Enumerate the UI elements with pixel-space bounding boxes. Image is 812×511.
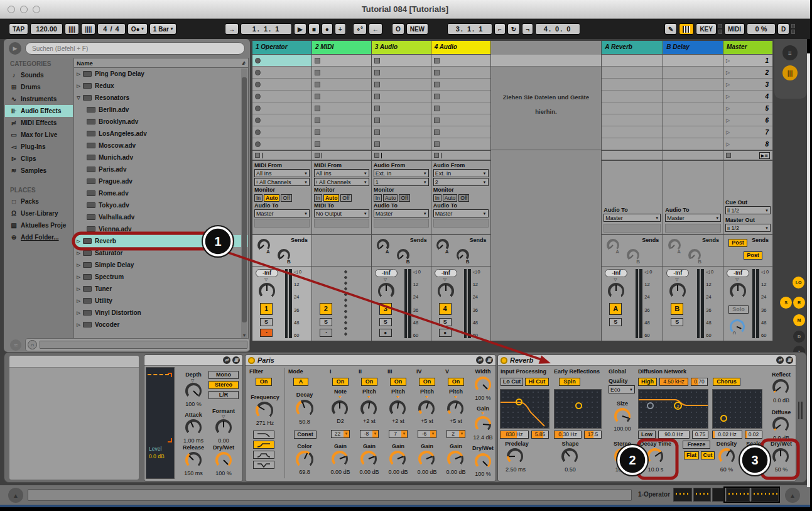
scene-slot[interactable]: ▷2 — [723, 67, 772, 79]
name-column-header[interactable]: Name▲ — [74, 58, 248, 68]
scene-slot[interactable]: ▷8 — [723, 138, 772, 150]
spin-amount-field[interactable]: 17.5 — [584, 431, 602, 439]
preview-wave-icon[interactable]: ≈ — [10, 339, 21, 351]
clip-slot[interactable] — [431, 55, 490, 67]
sidebar-item-samples[interactable]: ≋Samples — [5, 165, 73, 177]
stop-clip-icon[interactable] — [374, 153, 379, 158]
show-sends-button[interactable]: S — [780, 297, 792, 309]
search-input[interactable] — [25, 42, 245, 55]
arm-button[interactable]: ● — [439, 329, 452, 337]
decay-time-knob[interactable] — [647, 448, 663, 464]
clip-stop-row[interactable] — [372, 151, 431, 160]
mode-a-button[interactable]: A — [293, 378, 308, 386]
list-item-reverb-selected[interactable]: ▷Reverb — [74, 235, 248, 247]
solo-cue-button[interactable]: Solo — [728, 305, 749, 314]
device-title-bar[interactable]: Paris ⇄ ▣ — [246, 355, 495, 366]
volume-knob[interactable] — [730, 283, 746, 299]
list-item-folder[interactable]: ▷Utility — [74, 295, 248, 307]
quantize-length-menu[interactable]: 1 Bar ▾ — [149, 23, 176, 35]
track-header[interactable]: 2 MIDI — [312, 41, 371, 54]
clip-slot[interactable] — [431, 138, 490, 150]
output-type-chooser[interactable]: Master▼ — [665, 214, 721, 222]
output-type-chooser[interactable]: Master▼ — [254, 209, 310, 217]
expand-icon[interactable]: ▷ — [74, 84, 83, 89]
clip-slot[interactable] — [372, 91, 431, 102]
arm-button[interactable]: ◔ — [260, 329, 273, 337]
resonator-on-button[interactable]: On — [448, 378, 464, 386]
punch-in-button[interactable]: ⌐ — [494, 23, 506, 35]
input-channel-chooser[interactable]: ⁞ All Channels▼ — [314, 178, 369, 186]
solo-button[interactable]: S — [439, 318, 452, 326]
highpass-filter-button[interactable] — [253, 441, 274, 449]
freeze-button[interactable]: Freeze — [683, 441, 710, 449]
hi-cut-button[interactable]: Hi Cut — [525, 378, 549, 386]
post-button-b[interactable]: Post — [744, 251, 762, 260]
scene-play-icon[interactable]: ▷ — [726, 118, 730, 123]
overdub-plus-button[interactable]: + — [335, 23, 346, 35]
clip-record-icon[interactable] — [255, 106, 261, 111]
list-item-folder[interactable]: ▷Simple Delay — [74, 259, 248, 271]
clip-slot[interactable] — [431, 79, 490, 91]
expand-icon[interactable]: ▷ — [74, 275, 83, 280]
monitor-in-button[interactable]: In — [374, 194, 382, 202]
list-item-preset[interactable]: Tokyo.adv — [74, 199, 248, 211]
chorus-rate-field[interactable]: 0.02 Hz — [712, 431, 742, 439]
input-channel-chooser[interactable]: 2▼ — [433, 178, 489, 186]
expand-icon[interactable]: ▷ — [74, 322, 83, 327]
track-header[interactable]: A Reverb — [602, 41, 663, 54]
pitch-knob[interactable] — [418, 400, 435, 417]
volume-field[interactable]: -Inf — [375, 269, 398, 277]
volume-field[interactable]: -Inf — [435, 269, 457, 277]
track-header[interactable]: 3 Audio — [372, 41, 431, 54]
scene-play-icon[interactable]: ▷ — [726, 129, 730, 135]
nudge-down-button[interactable]: |||| — [65, 23, 79, 35]
clip-stop-icon[interactable] — [315, 58, 320, 63]
solo-button[interactable]: S — [320, 318, 332, 326]
clip-slot[interactable] — [312, 102, 371, 114]
clip-stop-icon[interactable] — [374, 70, 380, 75]
high-freq-field[interactable]: 4.50 kHz — [659, 378, 688, 386]
clip-stop-icon[interactable] — [315, 118, 320, 123]
clip-stop-icon[interactable] — [434, 129, 440, 135]
clip-slot[interactable] — [372, 55, 431, 67]
hot-swap-icon[interactable]: ⇄ — [476, 356, 484, 364]
clip-stop-icon[interactable] — [434, 82, 440, 87]
volume-knob[interactable] — [378, 283, 394, 299]
record-button[interactable]: ● — [322, 23, 333, 35]
scene-play-icon[interactable]: ▷ — [726, 141, 730, 147]
clip-stop-row[interactable] — [312, 151, 371, 160]
sidebar-item-instruments[interactable]: ∿Instruments — [5, 93, 73, 105]
arm-button[interactable]: ◔ — [320, 329, 332, 337]
clip-slot[interactable] — [372, 79, 431, 91]
chorus-node[interactable] — [720, 415, 727, 422]
monitor-auto-button[interactable]: Auto — [264, 194, 279, 202]
low-shelf-node[interactable] — [647, 402, 654, 409]
save-preset-icon[interactable]: ▣ — [485, 356, 493, 364]
diffusion-display[interactable]: 2 — [638, 389, 708, 429]
high-amount-field[interactable]: 0.70 — [691, 378, 708, 386]
device-title-bar[interactable]: ⇄ ▣ — [144, 355, 242, 366]
flat-button[interactable]: Flat — [684, 451, 699, 459]
input-type-chooser[interactable]: All Ins▼ — [254, 169, 310, 177]
follow-button[interactable]: → — [225, 23, 239, 35]
clip-stop-icon[interactable] — [315, 70, 320, 75]
clip-stop-icon[interactable] — [434, 106, 440, 111]
clip-slot[interactable] — [252, 102, 311, 114]
volume-field[interactable]: -Inf — [256, 269, 278, 277]
input-channel-chooser[interactable]: ⁞ All Channels▼ — [254, 178, 310, 186]
clip-record-icon[interactable] — [255, 70, 261, 75]
stereo-button[interactable]: Stereo — [208, 381, 239, 389]
mono-button[interactable]: Mono — [208, 371, 239, 379]
key-map-button[interactable]: KEY — [696, 23, 717, 35]
list-item-folder[interactable]: ▷Vocoder — [74, 319, 248, 331]
volume-knob[interactable] — [438, 283, 454, 299]
envelope-display[interactable]: Level 0.0 dB — [146, 367, 175, 479]
clip-stop-icon[interactable] — [315, 141, 320, 147]
scene-slot[interactable]: ▷1 — [723, 55, 772, 67]
clip-stop-icon[interactable] — [315, 94, 320, 99]
pitch-knob[interactable] — [360, 400, 377, 417]
sidebar-item-user-library[interactable]: ΩUser-Library — [5, 207, 73, 219]
preview-scrub-bar[interactable] — [40, 341, 247, 349]
arrangement-position-field[interactable]: 1. 1. 1 — [241, 23, 292, 35]
sidebar-item-clips[interactable]: ⊳Clips — [5, 153, 73, 165]
